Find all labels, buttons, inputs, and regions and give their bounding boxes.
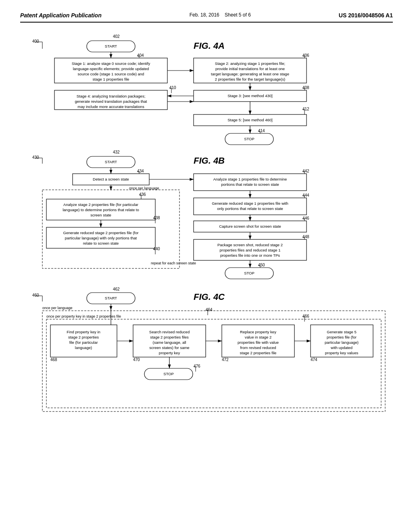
fig4c-474-text5: property key values [325,351,359,355]
fig4c-468-text1: Find property key in [67,330,100,334]
fig4c-468-text3: file (for particular [69,340,98,345]
page-header: Patent Application Publication Feb. 18, … [20,12,393,23]
fig4c-474-text2: properties file (for [327,335,357,339]
fig4c-472-text1: Replace property key [240,330,276,334]
fig4c-476-ref: 476 [194,364,200,368]
sheet-of: of 6 [243,12,251,18]
fig4c-468-ref: 468 [50,357,57,362]
fig4a-404-text3: source code (stage 1 source code) and [78,72,144,76]
fig4a-412-ref: 412 [302,107,309,111]
fig4c-464-ref: 464 [206,308,213,312]
fig4c-468-text4: language) [75,345,92,350]
fig4b-440-ref: 440 [153,247,160,251]
fig4c-472-text4: from revised reduced [240,345,276,350]
fig4b-442-text2: portions that relate to screen state [221,182,279,187]
fig4b-label: FIG. 4B [194,156,225,166]
fig4c-474-text3: particular language) [325,340,359,345]
fig4b-436-ref: 436 [139,192,146,197]
fig4a-410-ref: 410 [169,85,176,90]
fig4b-448-text3: properties file into one or more TPs [220,253,280,258]
fig4c-468-text2: stage 2 properties [68,335,99,339]
fig4c-474-ref: 474 [311,357,317,362]
fig4a-start-ref: 402 [113,34,120,39]
fig4a-start-label: START [105,44,117,48]
fig4c-470-text4: screen states) for same [149,345,189,350]
fig4b-440-text3: relate to screen state [83,241,119,245]
fig4b-start-ref: 432 [113,150,120,154]
fig4b-434-ref: 434 [137,169,144,173]
fig4b-440-text1: Generate reduced stage 2 properties file… [63,231,139,235]
fig4b-stop-label: STOP [244,271,254,275]
sheet-info: Feb. 18, 2016 Sheet 5 of 6 [190,12,251,18]
fig4a-406-text1: Stage 2: analyzing stage 1 properties fi… [215,61,285,66]
fig4b-436-text3: screen state [90,213,111,217]
fig4a-label: FIG. 4A [194,41,225,51]
fig4a-410-text2: generate revised translation packages th… [75,99,147,104]
fig4b-448-text2: properties files and reduced stage 1 [219,248,280,252]
fig4c-470-text2: stage 2 properties files [150,335,189,339]
fig4a-406-text2: provide initial translations for at leas… [215,66,285,71]
fig4b-446-text: Capture screen shot for screen state [219,224,281,229]
fig4c-stop-label: STOP [163,372,174,376]
fig4a-406-ref: 406 [302,53,309,58]
fig4c-470-text1: Search revised reduced [149,330,190,334]
fig4b-446-ref: 446 [302,216,309,220]
fig4b-438-ref: 438 [153,216,160,220]
fig4c-472-text3: properties file with value [238,340,279,345]
fig4b-448-ref: 448 [302,235,309,239]
diagram-area: 400 FIG. 4A 402 START 404 Stage 1: analy… [20,31,393,514]
fig4c-ref: 460 [32,293,39,297]
fig4a-408-text: Stage 3: [see method 430] [227,94,272,98]
fig4a-stop-label: STOP [244,137,254,141]
fig4a-412-text: Stage 5: [see method 460] [227,118,272,122]
fig4c-470-text5: property key [159,351,180,355]
fig4a-408-ref: 408 [302,85,309,90]
fig4a-ref: 400 [32,39,39,44]
publication-date: Feb. 18, 2016 [190,12,219,18]
fig4a-406-text4: 2 properties file for the target languag… [215,77,285,81]
fig4b-444-text2: only portions that relate to screen stat… [217,206,283,211]
fig4c-once-per-prop: once per property key in stage 2 propert… [46,314,121,318]
publication-title: Patent Application Publication [20,12,102,19]
fig4b-448-text1: Package screen shot, reduced stage 2 [217,243,283,247]
fig4c-472-text5: stage 2 properties file [240,351,277,355]
page: Patent Application Publication Feb. 18, … [0,0,413,532]
fig4b-start-label: START [105,160,117,164]
sheet-number: Sheet 5 [225,12,241,18]
fig4a-414-ref: 414 [258,129,265,133]
fig4a-406-text3: target language; generating at least one… [211,72,289,76]
fig4c-label: FIG. 4C [194,292,225,302]
fig4c-472-text2: value in stage 2 [245,335,272,339]
fig4b-ref: 430 [32,155,39,160]
fig4b-444-ref: 444 [302,193,309,197]
patent-number: US 2016/0048506 A1 [339,12,393,19]
fig4c-470-text3: (same language, all [153,340,186,345]
fig4b-442-ref: 442 [302,169,309,173]
fig4c-once-per-lang: once per language [42,306,73,310]
fig4c-474-text1: Generate stage 5 [327,330,356,334]
fig4c-470-ref: 470 [133,357,140,362]
fig4a-404-text2: language-specific elements; provide upda… [73,66,149,71]
fig4b-434-text: Detect a screen state [93,177,129,181]
fig4b-440-text2: particular language) with only portions … [65,236,137,240]
fig4b-444-text1: Generate reduced stage 1 properties file… [212,201,288,206]
fig4c-start-ref: 462 [113,287,120,291]
fig4a-410-text1: Stage 4: analyzing translation packages; [77,94,146,98]
fig4c-start-label: START [105,296,117,300]
fig4b-repeat-label: repeat for each screen state [151,261,196,265]
fig4c-474-text4: with updated [330,345,353,350]
fig4a-404-text1: Stage 1: analyze stage 0 source code; id… [72,61,150,66]
fig4a-410-text3: may include more accurate translations [77,104,144,109]
fig4b-442-text1: Analyze stage 1 properties file to deter… [213,177,287,181]
fig4c-472-ref: 472 [222,357,229,362]
fig4b-436-text2: language) to determine portions that rel… [63,208,139,212]
fig4a-404-ref: 404 [137,53,144,58]
fig4c-466-ref: 466 [302,314,309,318]
fig4b-436-text1: Analyze stage 2 properties file (for par… [63,202,138,207]
fig4a-404-text4: stage 1 properties file [93,77,129,81]
fig4b-stop-ref: 450 [258,263,265,267]
